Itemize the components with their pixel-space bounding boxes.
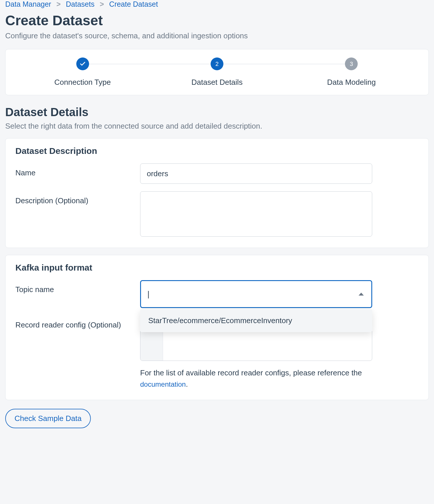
description-label: Description (Optional): [15, 191, 140, 206]
dataset-description-card: Dataset Description Name Description (Op…: [5, 138, 429, 248]
name-label: Name: [15, 163, 140, 179]
chevron-right-icon: >: [100, 0, 104, 8]
card-title: Kafka input format: [15, 263, 419, 273]
chevron-right-icon: >: [56, 0, 61, 8]
section-title: Dataset Details: [5, 106, 429, 119]
section-subtitle: Select the right data from the connected…: [5, 122, 429, 131]
step-indicator: 3: [345, 57, 358, 70]
breadcrumb-item-create-dataset[interactable]: Create Dataset: [109, 0, 158, 8]
check-sample-data-button[interactable]: Check Sample Data: [5, 409, 91, 428]
step-label: Connection Type: [15, 78, 150, 87]
page-title: Create Dataset: [5, 12, 429, 28]
check-icon: [79, 61, 86, 67]
step-indicator: 2: [211, 57, 223, 70]
topic-name-label: Topic name: [15, 280, 140, 295]
step-indicator: [76, 57, 89, 70]
card-title: Dataset Description: [15, 146, 419, 156]
step-label: Data Modeling: [284, 78, 419, 87]
breadcrumb-item-data-manager[interactable]: Data Manager: [5, 0, 51, 8]
step-connector: [223, 64, 345, 64]
breadcrumb-item-datasets[interactable]: Datasets: [66, 0, 95, 8]
helper-text-prefix: For the list of available record reader …: [140, 368, 362, 377]
documentation-link[interactable]: documentation: [140, 380, 186, 388]
dropdown-option[interactable]: StarTree/ecommerce/EcommerceInventory: [140, 309, 372, 332]
record-reader-label: Record reader config (Optional): [15, 316, 140, 331]
step-connector: [89, 64, 211, 64]
topic-name-dropdown: StarTree/ecommerce/EcommerceInventory: [140, 309, 372, 332]
stepper-step-data-modeling[interactable]: 3 Data Modeling: [284, 57, 419, 87]
description-textarea[interactable]: [140, 191, 372, 237]
stepper-step-dataset-details[interactable]: 2 Dataset Details: [150, 57, 284, 87]
stepper-card: Connection Type 2 Dataset Details 3 Data…: [5, 49, 429, 95]
kafka-input-format-card: Kafka input format Topic name | StarTree…: [5, 255, 429, 400]
helper-text-suffix: .: [186, 380, 188, 388]
page-subtitle: Configure the dataset's source, schema, …: [5, 31, 429, 40]
step-label: Dataset Details: [150, 78, 284, 87]
breadcrumb: Data Manager > Datasets > Create Dataset: [5, 0, 429, 11]
name-input[interactable]: [140, 163, 372, 184]
record-reader-helper-text: For the list of available record reader …: [140, 367, 372, 390]
caret-icon: |: [147, 290, 149, 298]
chevron-up-icon: [359, 293, 364, 296]
topic-name-combobox-wrapper: | StarTree/ecommerce/EcommerceInventory: [140, 280, 372, 308]
stepper-step-connection-type[interactable]: Connection Type: [15, 57, 150, 87]
topic-name-combobox[interactable]: |: [140, 280, 372, 308]
stepper: Connection Type 2 Dataset Details 3 Data…: [15, 57, 419, 87]
